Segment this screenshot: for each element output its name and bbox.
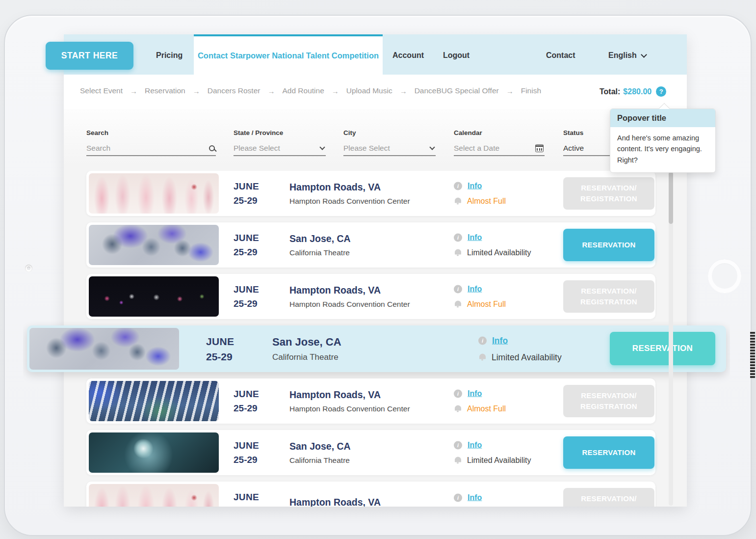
reservation-button-label: RESERVATION/ [581, 493, 637, 504]
vertical-text-artifact [750, 331, 755, 378]
event-titles: San Jose, CA California Theatre [289, 441, 351, 465]
event-month: JUNE [234, 284, 259, 295]
bell-icon [454, 405, 462, 412]
language-label: English [608, 51, 637, 60]
event-days: 25-29 [234, 247, 259, 258]
event-row[interactable]: JUNE 25-29 Hampton Roads, VA i Info RESE… [86, 482, 655, 507]
event-month: JUNE [234, 181, 259, 192]
event-status: Almost Full [467, 300, 506, 309]
event-days: 25-29 [234, 298, 259, 309]
event-status: Limited Availability [467, 456, 531, 465]
event-venue: Hampton Roads Convention Center [289, 404, 410, 413]
event-titles: Hampton Roads, VA Hampton Roads Conventi… [289, 389, 410, 413]
event-month: JUNE [234, 233, 259, 243]
event-row[interactable]: JUNE 25-29 Hampton Roads, VA Hampton Roa… [86, 274, 655, 319]
event-row[interactable]: JUNE 25-29 San Jose, CA California Theat… [27, 325, 726, 372]
info-link[interactable]: Info [468, 441, 482, 450]
event-meta: i Info [454, 493, 482, 507]
event-venue: Hampton Roads Convention Center [289, 300, 410, 309]
city-label: City [343, 129, 436, 136]
info-link[interactable]: Info [468, 233, 482, 242]
city-value: Please Select [343, 144, 390, 153]
start-here-button[interactable]: START HERE [46, 42, 133, 70]
event-list: JUNE 25-29 Hampton Roads, VA Hampton Roa… [23, 171, 730, 507]
reservation-button-label: RESERVATION [582, 240, 635, 250]
reservation-button[interactable]: RESERVATION/ REGISTRATION [563, 488, 654, 507]
info-link[interactable]: Info [492, 335, 508, 346]
stepper-step[interactable]: Finish [521, 86, 541, 95]
nav-contact[interactable]: Contact [546, 51, 575, 60]
stepper-step[interactable]: DanceBUG Special Offer [415, 86, 499, 95]
stepper-step[interactable]: Upload Music [346, 86, 392, 95]
event-days: 25-29 [234, 403, 259, 414]
event-image [89, 381, 219, 421]
event-date: JUNE 25-29 [234, 181, 259, 206]
popover: Popover title And here's some amazing co… [610, 108, 716, 173]
filter-state: State / Province Please Select [234, 129, 326, 156]
event-status: Limited Availability [467, 248, 531, 257]
info-link[interactable]: Info [468, 182, 482, 190]
date-picker[interactable]: Select a Date [454, 141, 545, 156]
calendar-label: Calendar [454, 129, 545, 136]
reservation-button[interactable]: RESERVATION [610, 332, 715, 365]
help-icon[interactable]: ? [656, 86, 666, 97]
info-link[interactable]: Info [468, 493, 482, 502]
scrollbar-track[interactable] [669, 171, 673, 506]
event-row[interactable]: JUNE 25-29 Hampton Roads, VA Hampton Roa… [86, 171, 655, 216]
scrollbar-thumb[interactable] [669, 172, 673, 224]
stepper-step[interactable]: Select Event [80, 86, 123, 95]
reservation-button-label: RESERVATION [632, 343, 693, 355]
info-link[interactable]: Info [468, 285, 482, 294]
info-icon: i [454, 182, 462, 190]
info-icon: i [454, 285, 462, 293]
event-month: JUNE [234, 389, 259, 400]
event-row[interactable]: JUNE 25-29 Hampton Roads, VA Hampton Roa… [86, 378, 655, 424]
event-venue: Hampton Roads Convention Center [289, 197, 410, 206]
arrow-right-icon: → [506, 87, 514, 95]
bell-icon [454, 457, 462, 464]
event-date: JUNE 25-29 [234, 284, 259, 309]
reservation-button[interactable]: RESERVATION/ REGISTRATION [563, 280, 654, 313]
stepper-step[interactable]: Dancers Roster [208, 86, 261, 95]
reservation-button[interactable]: RESERVATION/ REGISTRATION [563, 385, 654, 417]
nav-pricing[interactable]: Pricing [156, 51, 182, 60]
reservation-button[interactable]: RESERVATION/ REGISTRATION [563, 177, 654, 210]
event-row[interactable]: JUNE 25-29 San Jose, CA California Theat… [86, 222, 655, 268]
event-date: JUNE 25-29 [234, 233, 259, 258]
reservation-button-label-line2: REGISTRATION [580, 296, 637, 307]
stepper-steps: Select Event→Reservation→Dancers Roster→… [80, 86, 541, 95]
city-select[interactable]: Please Select [343, 141, 436, 156]
event-month: JUNE [234, 492, 259, 503]
nav-account[interactable]: Account [392, 51, 424, 60]
stepper-step[interactable]: Reservation [145, 86, 185, 95]
event-meta: i Info Almost Full [454, 389, 506, 413]
total-label: Total: [600, 87, 620, 96]
info-icon: i [454, 441, 462, 449]
event-days: 25-29 [234, 455, 259, 465]
search-icon[interactable] [209, 145, 215, 151]
reservation-button[interactable]: RESERVATION [563, 229, 654, 261]
event-city: San Jose, CA [289, 441, 351, 452]
stepper-step[interactable]: Add Routine [282, 86, 324, 95]
search-input[interactable] [86, 144, 194, 153]
event-image [89, 225, 219, 265]
reservation-button-label: RESERVATION/ [581, 183, 637, 193]
event-row[interactable]: JUNE 25-29 San Jose, CA California Theat… [86, 430, 655, 475]
date-value: Select a Date [454, 144, 499, 153]
info-icon: i [454, 493, 462, 502]
search-field [86, 141, 216, 156]
tab-contact-starpower[interactable]: Contact Starpower National Talent Compet… [194, 34, 383, 75]
reservation-button-label-line2: REGISTRATION [580, 504, 637, 507]
event-venue: California Theatre [289, 456, 351, 465]
nav-logout[interactable]: Logout [443, 51, 469, 60]
info-link[interactable]: Info [468, 389, 482, 398]
reservation-button-label-line2: REGISTRATION [580, 401, 637, 412]
filter-search: Search [86, 129, 216, 156]
state-select[interactable]: Please Select [234, 141, 326, 156]
event-meta: i Info Limited Availability [454, 233, 531, 257]
arrow-right-icon: → [130, 87, 137, 95]
reservation-button[interactable]: RESERVATION [563, 436, 654, 469]
event-image [89, 173, 219, 214]
event-meta: i Info Almost Full [454, 285, 506, 309]
language-selector[interactable]: English [608, 51, 646, 60]
